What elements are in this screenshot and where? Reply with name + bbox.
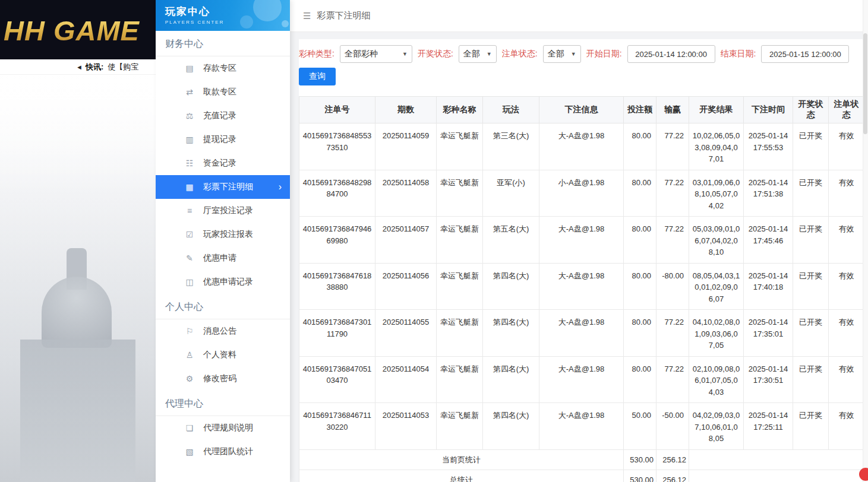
sidebar-item-withdraw-zone[interactable]: ⇄取款专区: [156, 80, 290, 104]
col-header-bet-amount: 投注额: [624, 97, 656, 123]
cell-lottery-name: 幸运飞艇新: [437, 310, 483, 357]
sidebar-item-agent-team-stats[interactable]: ▧代理团队统计: [156, 440, 290, 464]
col-header-lottery-name: 彩种名称: [437, 97, 483, 123]
gear-icon: ⚙: [184, 374, 195, 383]
table-row: 40156917368479466998020250114057幸运飞艇新第五名…: [299, 217, 864, 264]
sidebar-item-label: 彩票下注明细: [203, 182, 253, 192]
table-row: 40156917368470510347020250114054幸运飞艇新第四名…: [299, 356, 864, 403]
col-header-win-loss: 输赢: [656, 97, 689, 123]
cell-draw-status: 已开奖: [793, 263, 829, 310]
sidebar-section-title: 个人中心: [156, 294, 290, 319]
end-date-label: 结束日期:: [721, 49, 756, 59]
cell-lottery-name: 幸运飞艇新: [437, 170, 483, 217]
sidebar-item-recharge-records[interactable]: ⚖充值记录: [156, 104, 290, 128]
cell-draw-result: 05,03,09,01,06,07,04,02,08,10: [689, 217, 744, 264]
cell-bet-time: 2025-01-14 17:35:01: [744, 310, 793, 357]
cell-play-type: 第四名(大): [483, 310, 539, 357]
cell-bet-no: 401569173684761838880: [299, 263, 375, 310]
cell-draw-result: 02,10,09,08,06,01,07,05,04,03: [689, 356, 744, 403]
sidebar-item-promo-apply-records[interactable]: ◫优惠申请记录: [156, 270, 290, 294]
cell-bet-status: 有效: [829, 356, 864, 403]
hall-record-icon: ≡: [184, 206, 195, 215]
table-row: 40156917368485537351020250114059幸运飞艇新第三名…: [299, 123, 864, 170]
summary-bet-total: 530.00: [624, 449, 656, 470]
lottery-type-select[interactable]: 全部彩种 ▼: [340, 45, 412, 63]
end-date-input[interactable]: [761, 45, 849, 63]
scrollbar-thumb[interactable]: [863, 33, 867, 134]
sidebar-item-change-password[interactable]: ⚙修改密码: [156, 367, 290, 391]
table-row: 40156917368467113022020250114053幸运飞艇新第四名…: [299, 403, 864, 450]
sidebar-item-player-bet-report[interactable]: ☑玩家投注报表: [156, 223, 290, 246]
cell-draw-status: 已开奖: [793, 217, 829, 264]
query-button[interactable]: 查询: [299, 68, 336, 85]
floating-service-icon[interactable]: [859, 468, 868, 481]
sidebar-item-label: 代理规则说明: [203, 423, 253, 433]
site-logo[interactable]: HH GAME: [4, 14, 140, 47]
start-date-label: 开始日期:: [586, 49, 622, 59]
cell-bet-time: 2025-01-14 17:30:51: [744, 356, 793, 403]
cell-bet-amount: 80.00: [624, 356, 656, 403]
sidebar-item-profile[interactable]: ♙个人资料: [156, 343, 290, 367]
sidebar-item-withdraw-records[interactable]: ▥提现记录: [156, 128, 290, 151]
sidebar-item-promo-apply[interactable]: ✎优惠申请: [156, 246, 290, 270]
cell-draw-status: 已开奖: [793, 310, 829, 357]
bet-table: 注单号期数彩种名称玩法下注信息投注额输赢开奖结果下注时间开奖状态注单状态 401…: [299, 96, 864, 482]
cell-bet-no: 401569173684794669980: [299, 217, 375, 264]
cell-bet-info: 大-A盘@1.98: [539, 217, 624, 264]
cell-bet-info: 大-A盘@1.98: [539, 356, 624, 403]
cell-bet-status: 有效: [829, 263, 864, 310]
summary-bet-total: 530.00: [624, 470, 656, 482]
sidebar-item-deposit-zone[interactable]: ▤存款专区: [156, 56, 290, 80]
cell-bet-amount: 80.00: [624, 263, 656, 310]
cell-draw-result: 10,02,06,05,03,08,09,04,07,01: [689, 123, 744, 170]
chevron-right-icon: ›: [279, 182, 282, 192]
cell-win-loss: 77.22: [656, 123, 689, 170]
cell-bet-no: 401569173684705103470: [299, 356, 375, 403]
sidebar-item-label: 个人资料: [203, 350, 236, 360]
cell-win-loss: 77.22: [656, 356, 689, 403]
cell-lottery-name: 幸运飞艇新: [437, 263, 483, 310]
col-header-bet-info: 下注信息: [539, 97, 624, 123]
summary-winloss-total: 256.12: [656, 449, 689, 470]
col-header-bet-time: 下注时间: [744, 97, 793, 123]
summary-row: 总统计530.00256.12: [299, 470, 864, 482]
topbar: ☰ 彩票下注明细: [290, 0, 868, 32]
draw-status-value: 全部: [463, 49, 480, 59]
start-date-input[interactable]: [627, 45, 715, 63]
site-header: HH GAME: [0, 0, 156, 59]
sidebar-item-announcements[interactable]: ⚐消息公告: [156, 319, 290, 343]
screen: HH GAME ◄ 快讯: 使【购宝 玩家中心 PLAYERS CENTER 财…: [0, 0, 868, 482]
sidebar-item-hall-bet-records[interactable]: ≡厅室投注记录: [156, 199, 290, 223]
photo-fade: [0, 75, 156, 194]
cell-play-type: 第四名(大): [483, 356, 539, 403]
scrollbar[interactable]: [863, 0, 868, 482]
sidebar-item-fund-records[interactable]: ☷资金记录: [156, 151, 290, 175]
menu-toggle-icon[interactable]: ☰: [303, 11, 311, 21]
sidebar-item-label: 消息公告: [203, 326, 236, 337]
report-icon: ☑: [184, 230, 195, 239]
cell-period: 20250114057: [375, 217, 437, 264]
col-header-period: 期数: [375, 97, 437, 123]
sidebar-item-label: 代理团队统计: [203, 446, 253, 457]
cell-bet-amount: 50.00: [624, 403, 656, 450]
cell-play-type: 第三名(大): [483, 123, 539, 170]
chevron-down-icon: ▼: [487, 51, 492, 57]
lottery-type-value: 全部彩种: [345, 49, 378, 59]
bet-status-select[interactable]: 全部 ▼: [543, 45, 581, 63]
cell-bet-amount: 80.00: [624, 217, 656, 264]
cell-draw-status: 已开奖: [793, 123, 829, 170]
bet-status-label: 注单状态:: [502, 49, 538, 59]
cell-play-type: 第五名(大): [483, 217, 539, 264]
sidebar-item-agent-rules[interactable]: ❏代理规则说明: [156, 416, 290, 440]
summary-winloss-total: 256.12: [656, 470, 689, 482]
cell-bet-time: 2025-01-14 17:55:53: [744, 123, 793, 170]
cell-draw-result: 04,10,02,08,01,09,03,06,07,05: [689, 310, 744, 357]
withdraw-icon: ⇄: [184, 87, 195, 97]
draw-status-select[interactable]: 全部 ▼: [459, 45, 497, 63]
cell-draw-result: 08,05,04,03,10,01,02,09,06,07: [689, 263, 744, 310]
background-site: HH GAME ◄ 快讯: 使【购宝: [0, 0, 156, 482]
cell-bet-status: 有效: [829, 403, 864, 450]
main-area: ☰ 彩票下注明细 彩种类型: 全部彩种 ▼ 开奖状态: 全部 ▼ 注单状态:: [290, 0, 868, 482]
table-body: 40156917368485537351020250114059幸运飞艇新第三名…: [299, 123, 864, 482]
sidebar-item-lottery-bet-details[interactable]: ▦彩票下注明细›: [156, 175, 290, 199]
